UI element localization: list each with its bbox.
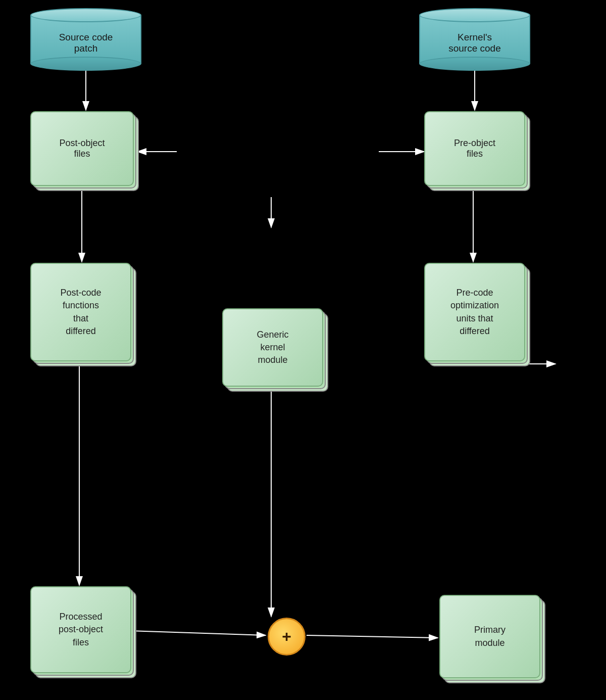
kernel-source-node: Kernel's source code — [419, 15, 530, 71]
post-code-functions-node: Post-code functions that differed — [30, 263, 136, 366]
source-patch-label: Source code patch — [59, 32, 113, 54]
generic-kernel-module-node: Generic kernel module — [222, 308, 328, 392]
diagram-container: Source code patch Kernel's source code P… — [0, 0, 606, 700]
primary-module-label: Primary module — [474, 624, 506, 649]
post-object-files-node: Post-object files — [30, 111, 139, 191]
post-code-functions-label: Post-code functions that differed — [60, 287, 101, 338]
processed-post-object-node: Processed post-object files — [30, 586, 136, 678]
pre-object-files-node: Pre-object files — [424, 111, 530, 191]
pre-object-files-label: Pre-object files — [454, 138, 495, 159]
pre-code-optimization-node: Pre-code optimization units that differe… — [424, 263, 530, 366]
primary-module-node: Primary module — [439, 595, 545, 683]
post-object-files-label: Post-object files — [59, 138, 105, 159]
pre-code-optimization-label: Pre-code optimization units that differe… — [450, 287, 499, 338]
combiner-label: + — [282, 627, 291, 646]
combiner-node: + — [268, 618, 306, 656]
kernel-source-label: Kernel's source code — [448, 32, 501, 54]
generic-kernel-module-label: Generic kernel module — [257, 329, 288, 367]
svg-line-14 — [130, 631, 266, 635]
svg-line-15 — [307, 635, 438, 638]
source-patch-node: Source code patch — [30, 15, 141, 71]
processed-post-object-label: Processed post-object files — [59, 611, 103, 649]
